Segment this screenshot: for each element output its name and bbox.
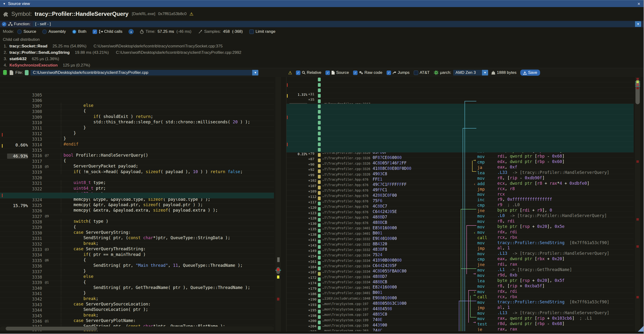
chevron-down-icon[interactable]: ▼ <box>482 70 488 75</box>
source-row[interactable]: 3330 break; <box>0 215 274 220</box>
save-button[interactable]: Save <box>520 70 540 76</box>
asm-row[interactable]: +193 …mon\TracySystem.cpp:197 740E je .L… <box>286 288 634 293</box>
file-select[interactable]: C:\Users\wolf\Desktop\darkrl\contrib\tra… <box>30 70 258 75</box>
resize-grip[interactable] <box>638 326 644 332</box>
asm-row[interactable]: +52 …t\TracyProfiler.cpp:3326 0FB64597 m… <box>286 104 634 109</box>
att-checkbox[interactable]: AT&T <box>414 70 430 75</box>
radio-icon[interactable] <box>42 29 47 34</box>
source-row[interactable]: 3307 if( shouldExit ) return; <box>0 88 274 93</box>
asm-row[interactable]: +174 …t\TracyProfiler.cpp:3401 E9B801000… <box>286 266 634 271</box>
source-scrollbar[interactable] <box>275 77 281 332</box>
source-row[interactable]: 3327 { <box>0 198 274 204</box>
asm-row[interactable]: +161 …t\TracyProfiler.cpp:3334 488BD7 mo… <box>286 244 634 250</box>
asm-row[interactable]: +186 …mon\TracySystem.cpp:197 448B4598 m… <box>286 277 634 282</box>
asm-row[interactable]: +128 …t\TracyProfiler.cpp:3401 B001 mov … <box>286 201 634 206</box>
source-row[interactable]: 3339 } <box>0 264 274 270</box>
source-row[interactable]: 0.66% 3315 @7 { <box>0 132 274 138</box>
source-row[interactable]: 3325 <box>0 187 274 193</box>
collapse-distribution-button[interactable]: ▲ <box>128 29 134 34</box>
function-select[interactable]: [ - self - ] ▼ <box>33 21 641 27</box>
source-row[interactable]: 3340 break; <box>0 270 274 276</box>
child-calls-checkbox[interactable]: ✓ Child calls <box>92 29 122 34</box>
chevron-down-icon[interactable]: ▼ <box>635 21 641 27</box>
checkbox-icon[interactable]: ✓ <box>326 71 330 75</box>
source-row[interactable]: 3349 case ServerQueryCallstackFrame: <box>0 320 274 325</box>
asm-row[interactable]: +207 …mon\TracySystem.cpp:203 75F2 jne .… <box>286 315 634 320</box>
asm-row[interactable]: +66 …t\TracyProfiler.cpp:3326 0F87CE0600… <box>286 126 634 131</box>
checkbox-icon[interactable]: ✓ <box>296 71 300 75</box>
source-row[interactable]: 3321 uint32_t extra; <box>0 165 274 170</box>
function-checkbox[interactable]: ✓ <box>2 22 6 26</box>
chevron-down-icon[interactable]: ▼ <box>252 70 258 75</box>
source-row[interactable]: 3346 break; <box>0 303 274 309</box>
radio-icon[interactable] <box>72 29 76 34</box>
asm-row[interactable]: 45.41% +44 …t\TracyProfiler.cpp:3317 84C… <box>286 93 634 99</box>
asm-row[interactable]: +31 …t\TracyProfiler.cpp:3317 488D5597 l… <box>286 77 634 82</box>
source-row[interactable]: 46.93% 3317 @5 if( !m_sock->Read( &paylo… <box>0 143 274 149</box>
asm-row[interactable]: 0.22% +87 …t\TracyProfiler.cpp:3326 4903… <box>286 142 634 147</box>
source-row[interactable]: 3312 #endif <box>0 116 274 121</box>
asm-row[interactable]: +102 …t\TracyProfiler.hpp:676 42803C0F00… <box>286 163 634 169</box>
source-row[interactable]: 3343 break; <box>0 287 274 292</box>
source-row[interactable]: 3319 uint8_t type; <box>0 154 274 160</box>
asm-row[interactable]: +56 …t\TracyProfiler.cpp:3326 488B7D98 m… <box>286 109 634 115</box>
asm-row[interactable]: +39 …t\TracyProfiler.cpp:3317 E824AA0000… <box>286 88 634 93</box>
source-row[interactable]: 3311 } <box>0 110 274 115</box>
source-row[interactable]: 3345 @1 SendString( ptr, (const char*)pt… <box>0 298 274 303</box>
checkbox-icon[interactable] <box>414 71 418 75</box>
asm-row[interactable]: 1.31% +35 …t\TracyProfiler.cpp:3317 488B… <box>286 82 634 88</box>
source-row[interactable]: 3309 } <box>0 99 274 105</box>
source-row[interactable]: 3314 bool Profiler::HandleServerQuery() <box>0 127 274 132</box>
source-hscrollbar[interactable] <box>0 327 274 331</box>
source-row[interactable]: 3313 <box>0 121 274 126</box>
limit-range-checkbox[interactable]: Limit range <box>250 29 275 34</box>
source-row[interactable]: 3338 @1 SendString( ptr, GetThreadName( … <box>0 259 274 264</box>
titlebar[interactable]: ▼ Source view × <box>0 0 644 7</box>
source-row[interactable]: 3329 SendString( ptr, (const char*)ptr, … <box>0 209 274 215</box>
asm-row[interactable]: +63 …t\TracyProfiler.cpp:3326 83F80F cmp… <box>286 120 634 126</box>
uarch-select[interactable]: AMD Zen 3 ▼ <box>453 70 488 75</box>
asm-row[interactable]: +92 …t\TracyProfiler.hpp:676 49C7C1FFFFF… <box>286 152 634 158</box>
source-row[interactable]: 3331 case ServerQueryThreadString: <box>0 220 274 226</box>
collapse-icon[interactable]: ▼ <box>3 2 6 5</box>
asm-row[interactable]: +198 …mon\TracySystem.cpp:199 744C je .L… <box>286 298 634 304</box>
radio-icon[interactable] <box>17 29 22 34</box>
source-row[interactable]: 3308 std::this_thread::sleep_for( std::c… <box>0 93 274 99</box>
source-row[interactable]: 3324 memcpy( &extra, &payload.extra, siz… <box>0 182 274 187</box>
asm-row[interactable]: +109 …t\TracyProfiler.hpp:676 4C8BC7 mov… <box>286 174 634 179</box>
radio-assembly[interactable]: Assembly <box>42 29 66 34</box>
asm-row[interactable]: +130 …t\TracyProfiler.cpp:3401 E9E401000… <box>286 206 634 212</box>
relative-checkbox[interactable]: ✓ Relative <box>296 70 321 75</box>
source-row[interactable]: 3341 case ServerQuerySourceLocation: <box>0 276 274 281</box>
asm-row[interactable]: +123 …t\TracyProfiler.hpp:676 E850160000… <box>286 196 634 201</box>
source-row[interactable]: 3333 { <box>0 231 274 237</box>
child-call-row[interactable]: 3. stat64i32 625 μs (1.36%) <box>0 56 644 62</box>
asm-row[interactable]: +195 …mon\TracySystem.cpp:199 443900 cmp… <box>286 293 634 298</box>
asm-row[interactable]: +143 …t\TracyProfiler.cpp:3334 41B90B000… <box>286 228 634 233</box>
asm-row[interactable]: +179 …1103\include\atomic:1048 488B05B63… <box>286 271 634 277</box>
source-row[interactable]: 3316 ServerQueryPacket payload; <box>0 138 274 143</box>
source-row[interactable]: 3310 } <box>0 105 274 110</box>
source-row[interactable]: 3337 { <box>0 254 274 259</box>
source-row[interactable]: 3332 @3 if( ptr == m_mainThread ) <box>0 226 274 231</box>
source-row[interactable]: 3342 SendSourceLocation( ptr ); <box>0 281 274 286</box>
source-row[interactable]: 3306 { <box>0 82 274 88</box>
asm-row[interactable]: +164 …t\TracyProfiler.cpp:3334 488BCB mo… <box>286 250 634 255</box>
checkbox-icon[interactable]: ✓ <box>92 29 97 34</box>
source-row[interactable]: 3322 memcpy( &type, &payload.type, sizeo… <box>0 171 274 176</box>
radio-both[interactable]: Both <box>72 29 86 34</box>
asm-row[interactable]: +99 …t\TracyProfiler.hpp:676 49FFC1 inc … <box>286 158 634 163</box>
asm-row[interactable]: +154 …t\TracyProfiler.cpp:3334 4C8D055FB… <box>286 239 634 244</box>
asm-row[interactable]: +135 …t\TracyProfiler.cpp:3332 8B4320 mo… <box>286 212 634 217</box>
asm-row[interactable]: +90 …t\TracyProfiler.cpp:3326 FFE1 ‹ jmp… <box>286 147 634 153</box>
source-row[interactable]: 3336 else <box>0 248 274 253</box>
radio-source[interactable]: Source <box>17 29 36 34</box>
checkbox-icon[interactable] <box>250 29 254 34</box>
source-checkbox[interactable]: ✓ Source <box>326 70 349 75</box>
source-row[interactable]: 3328 case ServerQueryString: <box>0 204 274 209</box>
source-row[interactable]: 3334 @6 SendString( ptr, "Main thread", … <box>0 237 274 242</box>
source-row[interactable]: 3348 return false; <box>0 314 274 320</box>
asm-row[interactable]: +167 …t\TracyProfiler.cpp:3334 E82416000… <box>286 255 634 260</box>
source-row[interactable]: 3318 <box>0 149 274 154</box>
asm-row[interactable]: +190 …mon\TracySystem.cpp:197 4885C0 tes… <box>286 282 634 288</box>
